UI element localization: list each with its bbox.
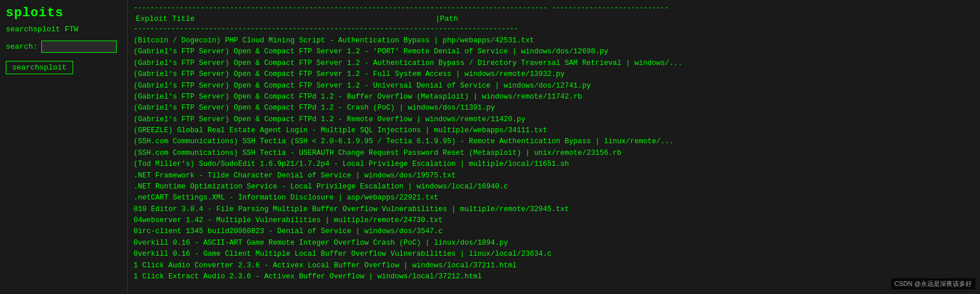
exploit-item: 0irc-client 1345 build20060823 - Denial … <box>134 226 974 237</box>
exploit-item: (Gabriel's FTP Server) Open & Compact FT… <box>134 69 974 80</box>
divider-mid: ----------------------------------------… <box>134 24 974 34</box>
exploit-item: 010 Editor 3.0.4 - File Parsing Multiple… <box>134 204 974 215</box>
left-panel: sploits searchsploit FTW search: searchs… <box>0 0 128 294</box>
header-row: Exploit Title | Path <box>134 13 974 25</box>
exploit-item: 0verkill 0.16 - Game Client Multiple Loc… <box>134 249 974 260</box>
exploit-item: (SSH.com Communications) SSH Tectia - US… <box>134 148 974 159</box>
divider-top: ----------------------------------------… <box>134 3 974 13</box>
search-label: search: <box>6 42 38 51</box>
exploit-item: (SSH.com Communications) SSH Tectia (SSH… <box>134 136 974 147</box>
exploit-item: (Gabriel's FTP Server) Open & Compact FT… <box>134 103 974 114</box>
right-panel: ----------------------------------------… <box>128 0 980 294</box>
watermark: CSDN @永远是深夜该多好 <box>891 278 975 289</box>
exploit-item: (Gabriel's FTP Server) Open & Compact FT… <box>134 46 974 57</box>
exploit-item: 0verkill 0.16 - ASCII-ART Game Remote In… <box>134 238 974 249</box>
exploit-item: .NET Framework - Tilde Character Denial … <box>134 170 974 182</box>
exploit-item: (GREEZLE) Global Real Estate Agent Login… <box>134 125 974 136</box>
exploit-list: (Bitcoin / Dogecoin) PHP Cloud Mining Sc… <box>134 35 974 282</box>
exploit-item: .NET Runtime Optimization Service - Loca… <box>134 182 974 193</box>
exploit-item: (Gabriel's FTP Server) Open & Compact FT… <box>134 58 974 69</box>
header-pipe: | <box>435 13 440 25</box>
exploit-item: .netCART Settings.XML - Information Disc… <box>134 193 974 204</box>
search-button[interactable]: searchsploit <box>6 61 73 74</box>
exploit-item: 1 Click Extract Audio 2.3.6 - Activex Bu… <box>134 271 974 282</box>
header-exploit-label: Exploit Title <box>134 13 435 25</box>
exploit-item: (Tod Miller's) Sudo/SudoEdit 1.6.9p21/1.… <box>134 159 974 170</box>
exploit-item: 1 Click Audio Converter 2.3.6 - Activex … <box>134 260 974 271</box>
app-title: sploits <box>6 6 121 20</box>
exploit-item: 04webserver 1.42 - Multiple Vulnerabilit… <box>134 215 974 226</box>
exploit-item: (Gabriel's FTP Server) Open & Compact FT… <box>134 114 974 125</box>
header-path-label: Path <box>440 13 458 25</box>
exploit-item: (Gabriel's FTP Server) Open & Compact FT… <box>134 92 974 103</box>
search-row: search: <box>6 41 121 53</box>
exploit-item: (Gabriel's FTP Server) Open & Compact FT… <box>134 81 974 92</box>
exploit-item: (Bitcoin / Dogecoin) PHP Cloud Mining Sc… <box>134 35 974 46</box>
tagline: searchsploit FTW <box>6 25 121 34</box>
search-input[interactable] <box>41 41 117 53</box>
